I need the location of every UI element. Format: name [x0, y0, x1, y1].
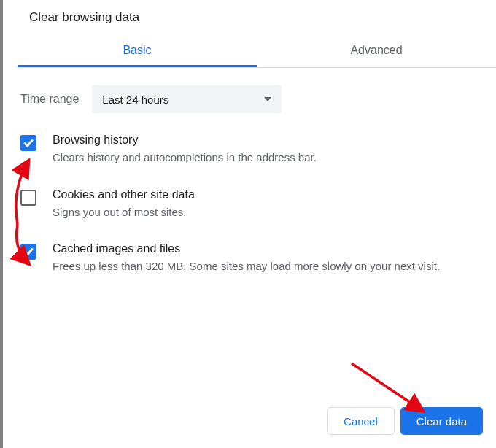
- checkbox-cookies[interactable]: [20, 190, 36, 206]
- tabs-bar: Basic Advanced: [18, 34, 496, 67]
- chevron-down-icon: [264, 97, 271, 101]
- option-desc: Clears history and autocompletions in th…: [53, 150, 481, 166]
- check-icon: [23, 246, 34, 258]
- time-range-select[interactable]: Last 24 hours: [92, 85, 282, 113]
- tab-underline: [18, 65, 257, 67]
- time-range-row: Time range Last 24 hours: [20, 85, 481, 113]
- option-cached: Cached images and files Frees up less th…: [20, 242, 481, 275]
- option-title: Cached images and files: [53, 242, 481, 255]
- option-desc: Frees up less than 320 MB. Some sites ma…: [53, 258, 481, 275]
- check-icon: [23, 137, 34, 149]
- option-cookies: Cookies and other site data Signs you ou…: [20, 188, 481, 221]
- time-range-value: Last 24 hours: [102, 93, 168, 106]
- option-browsing-history: Browsing history Clears history and auto…: [20, 134, 481, 166]
- tab-advanced[interactable]: Advanced: [257, 34, 496, 67]
- option-title: Browsing history: [53, 134, 481, 147]
- checkbox-cached[interactable]: [20, 244, 36, 260]
- time-range-label: Time range: [20, 93, 79, 106]
- button-row: Cancel Clear data: [327, 407, 483, 435]
- tab-basic[interactable]: Basic: [18, 34, 257, 67]
- dialog-title: Clear browsing data: [29, 10, 481, 25]
- clear-data-button[interactable]: Clear data: [400, 407, 483, 435]
- option-desc: Signs you out of most sites.: [53, 204, 481, 221]
- checkbox-browsing-history[interactable]: [20, 135, 36, 151]
- option-title: Cookies and other site data: [53, 188, 481, 201]
- arrow-to-clear-button: [352, 363, 422, 410]
- cancel-button[interactable]: Cancel: [327, 407, 395, 435]
